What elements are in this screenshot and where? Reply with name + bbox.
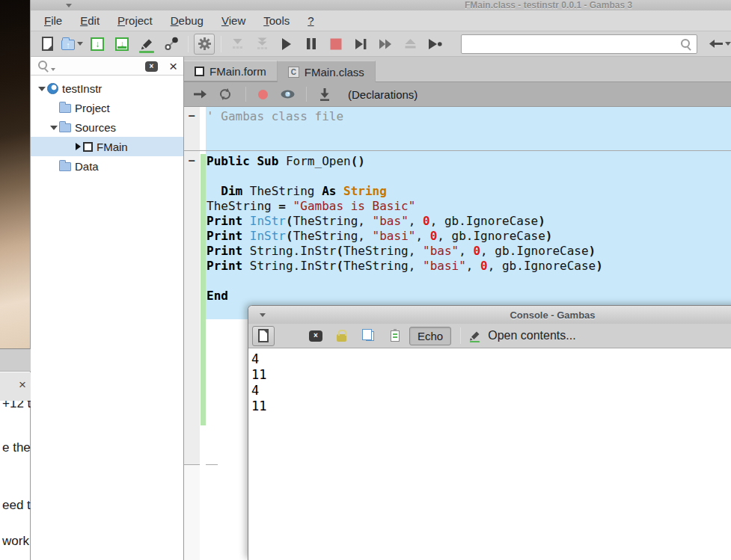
console-output-line: 4 <box>251 383 731 399</box>
echo-toggle-button[interactable]: Echo <box>409 327 451 345</box>
open-folder-icon: ↑ <box>61 40 75 50</box>
copy-icon[interactable] <box>366 331 374 341</box>
fold-marker[interactable]: − <box>187 109 196 124</box>
window-menu-icon[interactable] <box>66 4 72 7</box>
toolbar-search-input[interactable] <box>461 34 697 54</box>
new-file-icon <box>42 37 53 51</box>
open-contents-button[interactable]: Open contents... <box>468 329 575 342</box>
menu-item-project[interactable]: Project <box>117 14 153 27</box>
gambas-icon <box>47 83 58 94</box>
menu-item-debug[interactable]: Debug <box>171 14 204 27</box>
menu-item-help[interactable]: ? <box>308 14 313 27</box>
tree-item-label: Data <box>75 160 99 173</box>
console-title: Console - Gambas <box>414 310 595 321</box>
commit-button[interactable] <box>161 34 182 55</box>
menu-item-edit[interactable]: Edit <box>80 14 100 27</box>
menu-item-file[interactable]: File <box>44 14 62 27</box>
tree-item-testinstr[interactable]: testInstr <box>31 79 183 98</box>
procedure-combo[interactable]: (Declarations) <box>348 88 418 101</box>
paste-icon[interactable] <box>391 330 400 342</box>
pause-button[interactable] <box>301 34 322 55</box>
console-new-page-button[interactable] <box>252 326 275 346</box>
console-toolbar: × Echo Open contents... <box>248 324 731 348</box>
background-window-tabbar <box>0 349 31 372</box>
modified-lines-bar <box>201 154 206 425</box>
code-text[interactable]: ' Gambas class filePublic Sub Form_Open(… <box>207 109 603 304</box>
save-all-button[interactable]: ↓ <box>111 34 132 55</box>
fold-marker[interactable]: − <box>187 154 196 169</box>
expander-open-icon[interactable] <box>49 124 59 130</box>
run-until-button[interactable] <box>424 34 445 55</box>
console-clear-button[interactable]: × <box>309 330 322 342</box>
navigate-back-button[interactable] <box>708 39 731 49</box>
watch-button[interactable] <box>277 84 298 105</box>
pencil-icon <box>140 37 154 51</box>
chevron-down-icon[interactable] <box>725 42 731 46</box>
code-line: Print InStr(TheString, "basi", 0, gb.Ign… <box>207 229 603 244</box>
clear-search-button[interactable]: × <box>145 61 158 72</box>
breakpoint-button[interactable] <box>252 84 273 105</box>
background-window: × +12 te theeed twork <box>0 348 31 560</box>
separator <box>188 36 189 52</box>
tab-fmain.form[interactable]: FMain.form <box>184 61 278 81</box>
form-icon <box>83 142 93 152</box>
save-all-icon: ↓ <box>115 37 129 51</box>
commit-node-icon <box>165 37 179 51</box>
chevron-down-icon[interactable] <box>51 68 55 71</box>
code-line: Dim TheString As String <box>207 184 603 199</box>
tree-item-project[interactable]: Project <box>31 98 183 117</box>
separator <box>245 87 246 102</box>
console-output[interactable]: 411411 <box>248 349 731 560</box>
stop-button[interactable] <box>325 34 346 55</box>
main-toolbar: ↑↓↓ <box>31 31 731 57</box>
folder-icon <box>59 162 71 171</box>
compile-button <box>227 34 248 55</box>
collapse-icon[interactable] <box>260 313 266 317</box>
edit-button[interactable] <box>136 34 157 55</box>
goto-button[interactable] <box>190 84 211 105</box>
folder-icon <box>59 104 71 113</box>
expander-open-icon[interactable] <box>37 85 47 91</box>
save-button[interactable]: ↓ <box>87 34 108 55</box>
tree-item-fmain[interactable]: FMain <box>31 137 183 156</box>
green-underline <box>139 51 154 53</box>
new-file-button[interactable] <box>37 34 58 55</box>
tree-item-data[interactable]: Data <box>31 156 183 176</box>
compile-icon <box>231 37 244 50</box>
title-bar[interactable]: FMain.class - testinstr 0.0.1 - Gambas 3 <box>31 0 731 10</box>
tab-fmain.class[interactable]: FMain.class <box>278 61 376 82</box>
editor-toolbar: (Declarations) <box>184 82 731 107</box>
menu-item-tools[interactable]: Tools <box>263 14 290 27</box>
desktop: × +12 te theeed twork FMain.class - test… <box>0 0 731 560</box>
save-icon: ↓ <box>91 37 104 51</box>
arrow-left-icon <box>708 39 723 49</box>
pause-icon <box>306 37 316 50</box>
background-window-findbar: × <box>0 372 31 401</box>
chevron-down-icon[interactable] <box>77 42 83 46</box>
expander-closed-icon[interactable] <box>73 143 83 150</box>
tab-label: FMain.class <box>305 66 364 79</box>
compile-all-icon <box>256 37 269 51</box>
goto-definition-button[interactable] <box>314 84 335 105</box>
menu-bar: FileEditProjectDebugViewTools? <box>31 10 731 31</box>
tree-item-sources[interactable]: Sources <box>31 117 183 137</box>
lock-icon[interactable] <box>337 334 346 342</box>
code-line: Print String.InStr(TheString, "basi", 0,… <box>207 259 603 274</box>
step-button[interactable] <box>350 34 371 55</box>
refresh-button[interactable] <box>215 84 236 105</box>
sidebar-search-bar[interactable]: × × <box>31 58 183 76</box>
properties-button[interactable] <box>194 34 215 55</box>
menu-item-view[interactable]: View <box>221 14 245 27</box>
code-line: Print InStr(TheString, "bas", 0, gb.Igno… <box>207 214 603 229</box>
close-sidebar-button[interactable]: × <box>169 59 177 74</box>
edit-pencil-icon <box>468 330 482 342</box>
tree-item-label: Sources <box>75 121 116 134</box>
forward-button[interactable] <box>375 34 396 55</box>
eye-icon <box>281 90 295 99</box>
gear-icon <box>198 37 211 50</box>
console-title-bar[interactable]: Console - Gambas <box>248 306 731 324</box>
open-project-button[interactable]: ↑ <box>61 34 83 55</box>
run-button[interactable] <box>276 34 297 55</box>
close-icon[interactable]: × <box>19 378 26 391</box>
window-title: FMain.class - testinstr 0.0.1 - Gambas 3 <box>465 0 632 10</box>
